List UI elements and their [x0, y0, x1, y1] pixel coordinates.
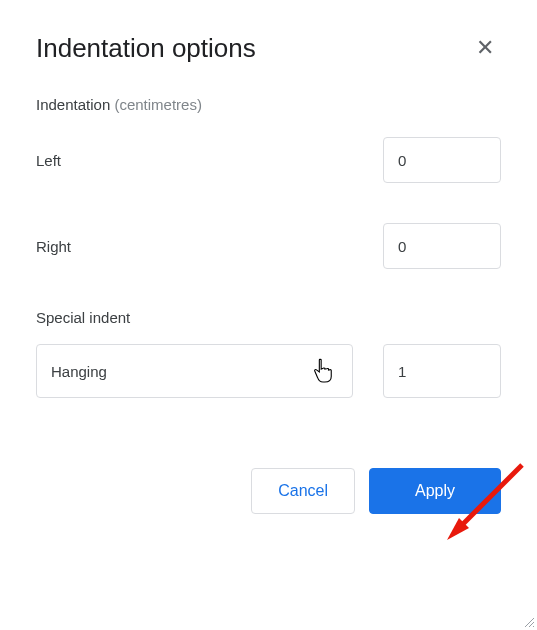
svg-line-4 [533, 626, 534, 627]
apply-button[interactable]: Apply [369, 468, 501, 514]
right-row: Right [36, 223, 501, 269]
special-indent-row: Hanging [36, 344, 501, 398]
indentation-section-label: Indentation (centimetres) [36, 96, 501, 113]
pointer-cursor-icon [312, 358, 334, 384]
special-indent-label: Special indent [36, 309, 501, 326]
resize-handle-icon [523, 616, 535, 628]
special-indent-amount[interactable] [383, 344, 501, 398]
indentation-label-text: Indentation [36, 96, 110, 113]
svg-line-2 [525, 618, 534, 627]
right-input[interactable] [383, 223, 501, 269]
left-row: Left [36, 137, 501, 183]
left-label: Left [36, 152, 61, 169]
svg-marker-1 [447, 518, 469, 540]
cancel-button[interactable]: Cancel [251, 468, 355, 514]
special-indent-value: Hanging [51, 363, 107, 380]
right-label: Right [36, 238, 71, 255]
close-button[interactable]: ✕ [469, 32, 501, 64]
left-input[interactable] [383, 137, 501, 183]
indentation-unit: (centimetres) [114, 96, 202, 113]
dialog-buttons: Cancel Apply [36, 468, 501, 514]
dialog-title: Indentation options [36, 33, 256, 64]
close-icon: ✕ [476, 35, 494, 61]
svg-line-3 [529, 622, 534, 627]
dialog-header: Indentation options ✕ [36, 32, 501, 64]
special-indent-select[interactable]: Hanging [36, 344, 353, 398]
